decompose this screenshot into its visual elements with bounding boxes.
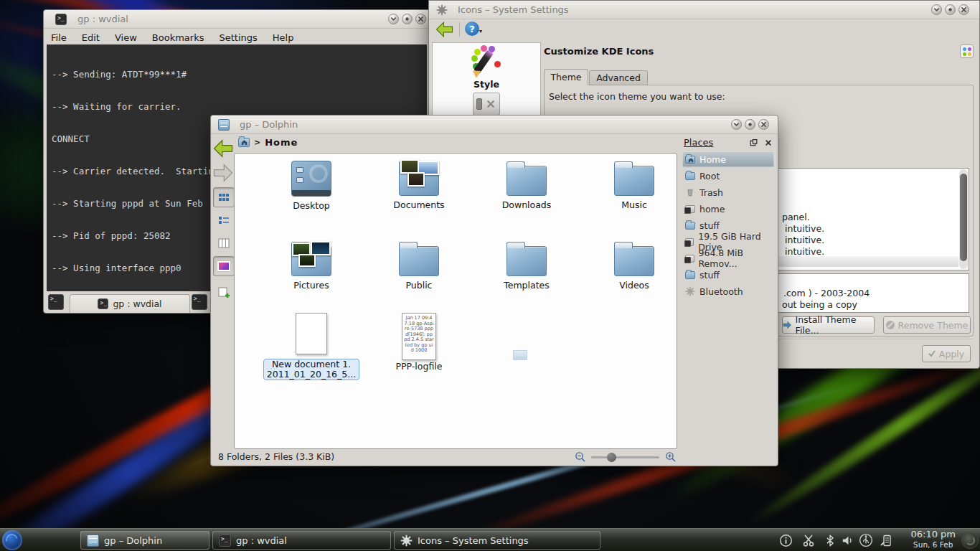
menu-bookmarks[interactable]: Bookmarks [152,32,204,43]
launcher-button[interactable] [2,530,22,550]
menu-file[interactable]: File [51,32,67,43]
toolbar-caret-icon[interactable]: ▾ [479,28,482,34]
panel-cashew-icon[interactable] [961,532,979,549]
tab-list-button[interactable]: >_ [192,294,207,310]
task-wvdial[interactable]: >_ gp : wvdial [212,531,391,550]
menu-settings[interactable]: Settings [219,32,257,43]
tab-advanced[interactable]: Advanced [589,70,648,85]
maximize-button[interactable] [945,4,956,15]
place-trash[interactable]: Trash [682,184,774,200]
bluetooth-icon[interactable] [822,533,838,547]
file-view[interactable]: Desktop Documents Downloads Music [234,153,677,449]
back-button[interactable] [212,138,234,159]
theme-list-scrollbar[interactable] [959,169,968,269]
zoom-in-icon[interactable] [665,451,677,463]
folder-templates[interactable]: Templates [480,241,573,291]
close-button[interactable] [415,14,426,24]
new-tab-button[interactable]: >_ [48,294,64,310]
desktop: >_ gp : wvdial File Edit View Bookmarks … [0,0,980,551]
notifications-info-icon[interactable] [778,533,793,547]
sidebar-item-workspace-icon[interactable] [473,93,500,116]
minimize-button[interactable] [731,119,742,130]
desktop-folder-icon [291,161,331,197]
preview-button[interactable] [213,256,235,276]
klipper-scissors-icon[interactable] [801,533,816,547]
maximize-button[interactable] [402,14,413,24]
drag-ghost-icon [513,350,527,360]
close-button[interactable] [958,4,969,15]
float-panel-icon[interactable] [749,138,758,148]
home-folder-icon[interactable] [238,138,250,147]
terminal-tab[interactable]: >_ gp : wvdial [70,294,190,313]
terminal-app-icon: >_ [55,14,67,25]
sidebar-item-style[interactable]: Style [451,44,522,90]
settings-titlebar[interactable]: Icons – System Settings [429,1,979,19]
back-button[interactable] [435,22,454,37]
place-stuff-2[interactable]: stuff [682,267,774,283]
scrollbar-thumb[interactable] [960,174,967,261]
places-panel: Places Home Root Trash home stuff 19.5 G… [679,136,777,449]
file-ppp-logfile[interactable]: Jan 17 09:47:18 gp-Aspire-5738 pppd[1946… [372,313,466,372]
forward-button[interactable] [212,163,234,183]
minimize-button[interactable] [388,14,399,24]
apply-button[interactable]: Apply [922,345,971,362]
remove-theme-button[interactable]: Remove Theme [883,316,971,334]
tab-theme[interactable]: Theme [544,69,588,85]
zoom-out-icon[interactable] [575,451,586,463]
terminal-line: --> Waiting for carrier. [52,101,422,112]
split-view-button[interactable] [213,282,235,302]
gear-icon [436,4,448,16]
theme-description-text: out being a copy [782,299,857,310]
task-dolphin[interactable]: gp – Dolphin [80,531,209,550]
settings-heading: Customize KDE Icons [544,46,654,57]
folder-documents[interactable]: Documents [372,161,466,210]
battery-icon[interactable] [878,533,894,547]
menu-help[interactable]: Help [273,32,294,43]
install-theme-button[interactable]: Install Theme File... [782,316,875,334]
maximize-button[interactable] [745,119,755,130]
icons-view-button[interactable] [213,187,235,207]
drive-icon [685,238,694,246]
details-view-button[interactable] [213,210,235,230]
terminal-titlebar[interactable]: >_ gp : wvdial [44,10,430,29]
clock-date: Sun, 6 Feb [910,540,956,550]
volume-icon[interactable] [839,533,855,547]
help-button[interactable]: ? [465,22,479,36]
breadcrumb-home[interactable]: Home [265,137,298,148]
dolphin-titlebar[interactable]: gp – Dolphin [211,116,778,134]
folder-desktop[interactable]: Desktop [265,161,358,211]
folder-icon [614,166,654,196]
columns-view-button[interactable] [213,233,235,253]
place-root[interactable]: Root [682,168,774,184]
menu-view[interactable]: View [115,32,137,43]
terminal-title: gp : wvdial [77,14,128,24]
file-new-document[interactable]: New document 1. 2011_01_20_16_5... [265,313,358,380]
folder-music[interactable]: Music [588,161,681,210]
breadcrumb[interactable]: > Home [238,137,298,148]
dolphin-app-icon [218,119,230,131]
minimize-button[interactable] [931,4,942,15]
place-home[interactable]: Home [682,151,774,167]
close-button[interactable] [758,119,769,130]
place-home-partition[interactable]: home [682,201,774,217]
menu-edit[interactable]: Edit [82,32,100,43]
folder-icon [399,246,439,276]
place-removable[interactable]: 964.8 MiB Remov... [682,250,774,266]
clock[interactable]: 06:10 pm Sun, 6 Feb [910,529,956,550]
folder-downloads[interactable]: Downloads [480,161,573,210]
zoom-slider[interactable] [591,456,659,458]
place-bluetooth[interactable]: Bluetooth [682,283,774,299]
close-panel-icon[interactable] [764,138,773,147]
settings-title: Icons – System Settings [458,4,569,15]
folder-public[interactable]: Public [372,241,466,291]
zoom-slider-handle[interactable] [607,453,616,462]
gear-icon [400,534,413,547]
folder-videos[interactable]: Videos [588,241,681,291]
task-system-settings[interactable]: Icons – System Settings [394,531,600,550]
places-header[interactable]: Places [684,137,713,148]
toolbar-separator [459,22,460,37]
folder-pictures[interactable]: Pictures [265,241,358,291]
overview-button[interactable] [960,44,974,58]
usb-device-icon[interactable] [858,533,874,547]
terminal-task-icon: >_ [219,534,231,547]
